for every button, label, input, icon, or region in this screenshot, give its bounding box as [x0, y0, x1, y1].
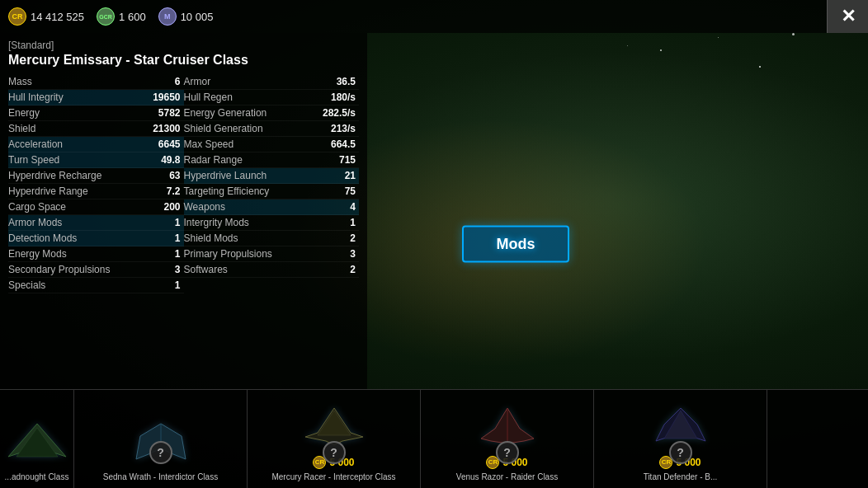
stat-value: 49.8 [161, 154, 180, 166]
ship-name: ...adnought Class [2, 472, 73, 482]
stat-row: Softwares2 [184, 262, 360, 278]
stat-name: Max Speed [184, 138, 234, 150]
stat-name: Specials [8, 279, 45, 291]
cr-value: 14 412 525 [31, 11, 84, 23]
stat-row: Shield Mods2 [184, 231, 360, 246]
stat-value: 2 [350, 232, 356, 244]
stat-name: Energy Mods [8, 248, 67, 260]
ship-name: Venus Razor - Raider Class [453, 472, 561, 482]
stat-value: 2 [350, 264, 356, 275]
stat-name: Energy [8, 107, 40, 119]
stat-name: Secondary Propulsions [8, 264, 110, 275]
stat-row: Acceleration6645 [8, 137, 184, 152]
ship-item[interactable]: ? CR 5 000 Mercury Racer - Interceptor C… [248, 390, 421, 489]
stat-name: Mass [8, 76, 32, 87]
stat-name: Cargo Space [8, 201, 66, 213]
stat-value: 3 [350, 248, 356, 260]
mods-button[interactable]: Mods [462, 226, 569, 263]
ships-bar: ...adnought Class ?Sedna Wrath - Interdi… [0, 389, 868, 488]
stat-value: 6645 [158, 138, 181, 150]
stat-value: 200 [163, 201, 180, 213]
stat-value: 180/s [331, 92, 356, 103]
stat-name: Radar Range [184, 154, 243, 166]
stat-name: Energy Generation [184, 107, 267, 119]
stat-row: Energy Mods1 [8, 246, 184, 262]
ship-item[interactable]: ? CR 5 000 Venus Razor - Raider Class [421, 390, 594, 489]
stat-value: 4 [350, 201, 356, 213]
stat-value: 213/s [331, 123, 356, 134]
m-currency: M 10 005 [158, 7, 214, 26]
stat-name: Hyperdrive Launch [184, 170, 267, 181]
stat-value: 21 [345, 170, 356, 181]
stat-value: 3 [175, 264, 181, 275]
stat-row: Energy5782 [8, 106, 184, 121]
stat-name: Softwares [184, 264, 228, 275]
stat-name: Turn Speed [8, 154, 59, 166]
ship-name: Mercury Racer - Interceptor Class [268, 472, 399, 482]
ship-item[interactable]: ?Sedna Wrath - Interdictor Class [74, 390, 248, 489]
ship-item[interactable]: ? CR 5 000 Titan Defender - B... [594, 390, 767, 489]
stat-row: Hyperdrive Launch21 [184, 168, 360, 184]
stat-row: Hyperdrive Recharge63 [8, 168, 184, 184]
question-badge: ? [669, 441, 692, 464]
stat-name: Shield Mods [184, 232, 238, 244]
stat-row: Energy Generation282.5/s [184, 106, 360, 121]
stat-name: Detection Mods [8, 232, 77, 244]
question-badge: ? [149, 441, 172, 464]
m-icon: M [158, 7, 177, 26]
stat-value: 7.2 [167, 185, 181, 197]
m-value: 10 005 [181, 11, 214, 23]
stat-row: Armor36.5 [184, 74, 360, 90]
left-stats-col: Mass6Hull Integrity19650Energy5782Shield… [8, 74, 184, 293]
stat-name: Hull Regen [184, 92, 233, 103]
right-stats-col: Armor36.5Hull Regen180/sEnergy Generatio… [184, 74, 360, 293]
stat-row: Radar Range715 [184, 152, 360, 168]
ship-name: Sedna Wrath - Interdictor Class [100, 472, 221, 482]
stat-value: 1 [175, 217, 181, 228]
stat-value: 19650 [153, 92, 180, 103]
cr-currency: CR 14 412 525 [8, 7, 84, 26]
stat-value: 6 [175, 76, 181, 87]
stat-row: Weapons4 [184, 199, 360, 215]
stat-name: Targeting Efficiency [184, 185, 270, 197]
stat-row: Cargo Space200 [8, 199, 184, 215]
stat-value: 715 [339, 154, 356, 166]
stat-name: Intergrity Mods [184, 217, 249, 228]
stat-row: Mass6 [8, 74, 184, 90]
stats-grid: Mass6Hull Integrity19650Energy5782Shield… [8, 74, 359, 293]
stat-name: Armor Mods [8, 217, 62, 228]
stat-name: Primary Propulsions [184, 248, 272, 260]
stat-name: Weapons [184, 201, 225, 213]
ship-name: Titan Defender - B... [640, 472, 721, 482]
stat-name: Hyperdrive Range [8, 185, 88, 197]
top-bar: CR 14 412 525 GCR 1 600 M 10 005 ✕ [0, 0, 868, 33]
svg-marker-5 [318, 411, 351, 435]
gcr-icon: GCR [97, 7, 115, 26]
stats-panel: [Standard] Mercury Emissary - Star Cruis… [0, 33, 367, 389]
stat-value: 63 [169, 170, 180, 181]
question-badge: ? [323, 441, 346, 464]
stat-row: Primary Propulsions3 [184, 246, 360, 262]
gcr-currency: GCR 1 600 [97, 7, 146, 26]
stat-row: Intergrity Mods1 [184, 215, 360, 231]
stat-row: Max Speed664.5 [184, 137, 360, 152]
stat-value: 1 [175, 248, 181, 260]
close-button[interactable]: ✕ [827, 0, 868, 33]
stat-row: Hull Integrity19650 [8, 90, 184, 106]
stat-row: Secondary Propulsions3 [8, 262, 184, 278]
stat-row: Hyperdrive Range7.2 [8, 184, 184, 199]
stat-value: 664.5 [331, 138, 356, 150]
stat-row: Turn Speed49.8 [8, 152, 184, 168]
ship-item[interactable]: ...adnought Class [0, 390, 74, 489]
stat-row: Shield Generation213/s [184, 121, 360, 137]
stat-row: Shield21300 [8, 121, 184, 137]
stat-value: 75 [345, 185, 356, 197]
stat-name: Acceleration [8, 138, 63, 150]
stat-value: 282.5/s [323, 107, 356, 119]
stat-name: Shield [8, 123, 35, 134]
ship-label: [Standard] [8, 40, 359, 51]
stat-row: Targeting Efficiency75 [184, 184, 360, 199]
stat-value: 21300 [153, 123, 180, 134]
stat-name: Shield Generation [184, 123, 263, 134]
stat-value: 36.5 [337, 76, 356, 87]
